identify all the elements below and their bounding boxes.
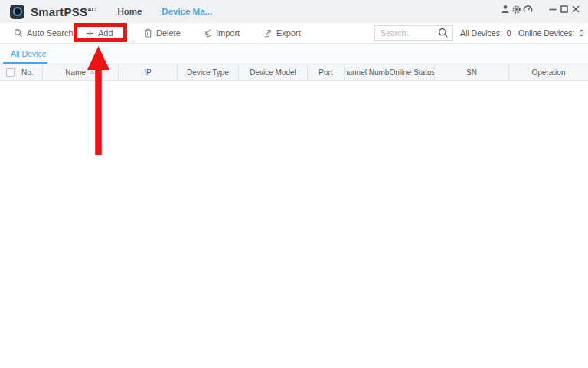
delete-button[interactable]: Delete: [144, 23, 181, 43]
all-devices-count: 0: [507, 28, 511, 38]
plus-icon: [86, 29, 94, 38]
search-input[interactable]: [375, 28, 438, 38]
all-devices-label: All Devices:: [460, 28, 502, 38]
all-devices-stat: All Devices: 0: [460, 23, 511, 43]
column-header-device-type[interactable]: Device Type: [178, 64, 239, 80]
user-icon[interactable]: [499, 1, 511, 18]
sort-ascending-icon: [90, 71, 96, 74]
column-header-name[interactable]: Name: [43, 64, 119, 80]
tab-all-device[interactable]: All Device: [11, 44, 47, 64]
column-header-channel-number[interactable]: Channel Number: [345, 64, 390, 80]
online-devices-label: Online Devices:: [518, 28, 575, 38]
export-arrow-icon: [264, 28, 273, 38]
titlebar-controls: [499, 0, 581, 18]
minimize-icon[interactable]: [547, 1, 558, 18]
column-header-port[interactable]: Port: [308, 64, 345, 80]
search-icon[interactable]: [438, 28, 449, 38]
column-header-operation[interactable]: Operation: [509, 64, 588, 80]
online-devices-stat: Online Devices: 0: [518, 23, 583, 43]
column-header-online-status[interactable]: Online Status: [390, 64, 435, 80]
name-column-label: Name: [65, 68, 86, 77]
import-button[interactable]: Import: [204, 23, 240, 43]
active-tab-underline: [3, 62, 47, 64]
auto-search-label: Auto Search: [27, 28, 74, 38]
gear-icon[interactable]: [511, 1, 522, 18]
toolbar: Auto Search Add Delete Import Export: [0, 23, 588, 44]
column-header-no[interactable]: No.: [0, 64, 43, 80]
device-tabstrip: All Device: [0, 44, 588, 64]
titlebar: SmartPSSAC Home Device Ma...: [0, 0, 588, 23]
app-edition-text: AC: [87, 6, 96, 13]
export-button[interactable]: Export: [264, 23, 301, 43]
import-label: Import: [216, 28, 240, 38]
camera-lens-icon: [13, 7, 22, 16]
app-title: SmartPSSAC: [31, 5, 96, 18]
column-header-ip[interactable]: IP: [119, 64, 178, 80]
export-label: Export: [276, 28, 301, 38]
online-devices-count: 0: [580, 28, 584, 38]
delete-label: Delete: [156, 28, 181, 38]
app-name-text: SmartPSS: [31, 5, 87, 18]
add-button[interactable]: Add: [86, 23, 113, 43]
select-all-checkbox[interactable]: [6, 68, 15, 77]
import-arrow-icon: [204, 28, 212, 38]
close-icon[interactable]: [570, 1, 581, 18]
tab-home[interactable]: Home: [117, 7, 142, 16]
performance-gauge-icon[interactable]: [522, 1, 534, 18]
tab-device-manager[interactable]: Device Ma...: [162, 7, 212, 16]
no-column-label: No.: [21, 68, 34, 77]
column-header-sn[interactable]: SN: [435, 64, 509, 80]
app-logo-icon: [10, 5, 24, 19]
trash-icon: [144, 28, 152, 38]
auto-search-button[interactable]: Auto Search: [14, 23, 74, 43]
device-search-box: [374, 25, 453, 41]
device-table-body-empty: [0, 80, 588, 368]
main-tabs: Home Device Ma...: [117, 7, 212, 16]
column-header-device-model[interactable]: Device Model: [239, 64, 308, 80]
maximize-icon[interactable]: [558, 1, 570, 18]
add-label: Add: [98, 28, 113, 38]
device-table-header: No. Name IP Device Type Device Model Por…: [0, 64, 588, 80]
magnifier-icon: [14, 28, 23, 38]
smartpss-window: SmartPSSAC Home Device Ma...: [0, 0, 588, 368]
